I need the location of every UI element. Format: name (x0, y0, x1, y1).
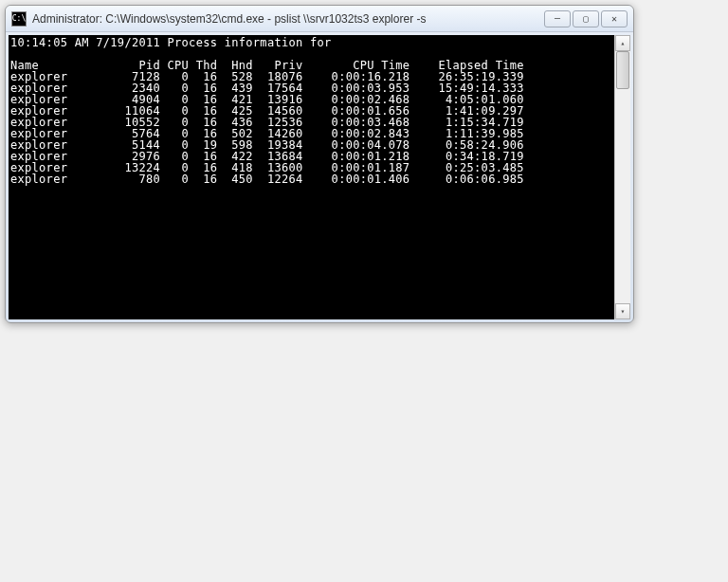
scroll-down-button[interactable]: ▾ (615, 303, 630, 319)
window-title: Administrator: C:\Windows\system32\cmd.e… (32, 12, 544, 26)
maximize-button[interactable]: ▢ (573, 10, 599, 27)
cmd-window: C:\ Administrator: C:\Windows\system32\c… (5, 5, 634, 323)
icon-text: C:\ (12, 14, 26, 23)
titlebar[interactable]: C:\ Administrator: C:\Windows\system32\c… (6, 6, 633, 32)
scrollbar[interactable]: ▴ ▾ (614, 35, 630, 319)
scroll-thumb[interactable] (616, 51, 629, 89)
console-output[interactable]: 10:14:05 AM 7/19/2011 Process informatio… (9, 35, 614, 319)
minimize-button[interactable]: — (544, 10, 571, 27)
scroll-up-button[interactable]: ▴ (615, 35, 630, 51)
console-area: 10:14:05 AM 7/19/2011 Process informatio… (6, 32, 633, 322)
window-controls: — ▢ ✕ (544, 10, 628, 27)
close-button[interactable]: ✕ (601, 10, 628, 27)
app-icon: C:\ (11, 11, 27, 27)
